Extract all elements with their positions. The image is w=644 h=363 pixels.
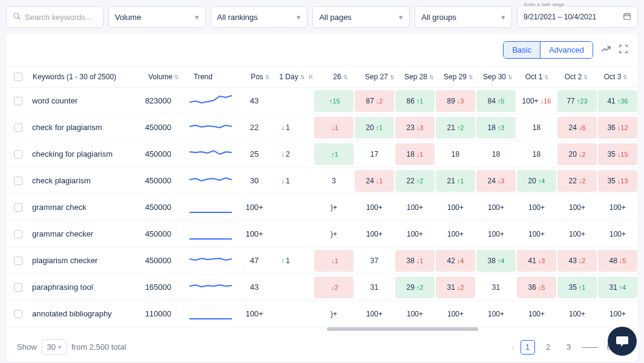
rank-cell: 100+ xyxy=(517,303,556,325)
rank-cell: 100+↓16 xyxy=(517,90,556,112)
pages-filter[interactable]: All pages ▾ xyxy=(312,6,410,28)
rank-cell: 24↓1 xyxy=(355,170,394,192)
rank-cell: 18 xyxy=(517,143,556,165)
rank-cell: 100+ xyxy=(355,223,394,245)
row-checkbox[interactable] xyxy=(14,177,22,185)
sort-icon: ⇅ xyxy=(174,74,179,80)
rank-cell: 35↓15 xyxy=(598,143,637,165)
chevron-down-icon: ▾ xyxy=(399,13,403,22)
header-text: Trend xyxy=(194,73,212,81)
rank-cell: 77↑23 xyxy=(557,90,597,112)
rank-cell: ↓1 xyxy=(314,117,353,139)
pos-text: 100+ xyxy=(246,229,263,238)
rankings-filter[interactable]: All rankings ▾ xyxy=(211,6,308,28)
row-checkbox[interactable] xyxy=(14,310,22,318)
rank-cell: 17 xyxy=(355,143,394,165)
rank-cell: 84↑5 xyxy=(476,90,516,112)
table-row: grammar checker450000100+)+100+100+100+1… xyxy=(6,221,638,247)
date-value: 9/21/2021 – 10/4/2021 xyxy=(524,13,596,21)
row-checkbox[interactable] xyxy=(14,150,22,159)
row-checkbox[interactable] xyxy=(14,97,22,105)
table-row: annotated bibliography110000100+)+100+10… xyxy=(6,301,638,327)
rank-cell: 100+ xyxy=(395,223,435,245)
scroll-thumb[interactable] xyxy=(327,327,478,331)
rank-cell: ↑1 xyxy=(314,143,353,165)
row-checkbox[interactable] xyxy=(14,123,22,132)
trend-sparkline xyxy=(189,252,240,269)
rank-cell: )+ xyxy=(314,223,353,245)
keyword-text: check plagiarism xyxy=(32,176,91,185)
rank-cell: 48↓5 xyxy=(598,250,637,272)
date-cells: ↓120↑123↓321↑218↑31824↓636↓12 xyxy=(314,117,638,139)
rank-cell: 23↓3 xyxy=(395,117,435,139)
row-checkbox[interactable] xyxy=(14,283,22,292)
keywords-table: Keywords (1 - 30 of 2500) Volume⇅ Trend … xyxy=(6,67,638,332)
search-input[interactable] xyxy=(25,13,97,22)
advanced-mode-button[interactable]: Advanced xyxy=(540,42,593,58)
svg-rect-2 xyxy=(624,13,631,19)
checkbox-col xyxy=(6,73,30,81)
rank-cell: 86↑1 xyxy=(395,90,435,112)
date-cells: ↑1587↓286↑189↓384↑5100+↓1677↑2341↑36 xyxy=(314,90,638,112)
rank-cell: 29↑2 xyxy=(395,276,435,298)
volume-header[interactable]: Volume⇅ xyxy=(148,73,194,81)
date-column-header[interactable]: Oct 1⇅ xyxy=(518,73,557,81)
rank-cell: ↓1 xyxy=(314,250,353,272)
pos-text: 25 xyxy=(250,149,258,159)
rank-cell: 89↓3 xyxy=(436,90,475,112)
rank-cell: 31↑4 xyxy=(598,276,637,298)
row-checkbox[interactable] xyxy=(14,230,22,238)
row-checkbox[interactable] xyxy=(14,203,22,212)
rank-cell: 100+ xyxy=(436,197,475,218)
trend-header[interactable]: Trend xyxy=(194,73,245,81)
keyword-text: grammar checker xyxy=(32,229,93,238)
horizontal-scrollbar[interactable] xyxy=(327,327,626,332)
page-3-button[interactable]: 3 xyxy=(562,340,576,355)
chat-widget-button[interactable] xyxy=(608,327,637,356)
volume-filter[interactable]: Volume ▾ xyxy=(108,6,206,28)
per-page-select[interactable]: 30 ▾ xyxy=(42,339,67,355)
sort-icon: ⇅ xyxy=(265,74,270,80)
page-1-button[interactable]: 1 xyxy=(521,340,535,355)
date-column-header[interactable]: 26⇅ xyxy=(321,73,360,81)
day-header[interactable]: 1 Day⇅ xyxy=(275,73,309,81)
rank-cell: 18↑3 xyxy=(476,117,516,139)
groups-filter[interactable]: All groups ▾ xyxy=(415,6,512,28)
date-column-header[interactable]: Sep 28⇅ xyxy=(399,73,439,81)
filter-label: All pages xyxy=(319,13,351,22)
row-checkbox[interactable] xyxy=(14,257,22,265)
table-row: check for plagiarism45000022↓ 1↓120↑123↓… xyxy=(6,114,638,141)
trend-sparkline xyxy=(189,199,240,215)
expand-icon[interactable] xyxy=(619,44,628,56)
date-column-header[interactable]: Oct 3⇅ xyxy=(596,73,636,81)
keywords-header[interactable]: Keywords (1 - 30 of 2500) xyxy=(30,73,148,81)
rank-cell: 100+ xyxy=(598,303,637,325)
rank-cell: 100+ xyxy=(476,223,516,245)
rank-cell: 35↑1 xyxy=(557,276,597,298)
volume-text: 450000 xyxy=(145,229,171,238)
header-text: Volume xyxy=(148,73,172,81)
pos-header[interactable]: Pos⇅ xyxy=(245,73,275,81)
keyword-text: plagiarism checker xyxy=(32,256,97,265)
trend-sparkline xyxy=(189,146,240,162)
day-change: ↑ 1 xyxy=(269,257,302,265)
prev-page-button[interactable]: ‹ xyxy=(511,342,514,352)
date-column-header[interactable]: Sep 27⇅ xyxy=(360,73,399,81)
date-column-header[interactable]: Sep 29⇅ xyxy=(439,73,478,81)
rank-cell: 100+ xyxy=(395,303,435,325)
date-column-header[interactable]: Sep 30⇅ xyxy=(478,73,518,81)
chart-icon[interactable] xyxy=(600,44,611,56)
date-range-filter[interactable]: Enter a date range 9/21/2021 – 10/4/2021 xyxy=(517,6,638,28)
header-text: Keywords (1 - 30 of 2500) xyxy=(33,73,116,81)
total-label: from 2,500 total xyxy=(71,342,126,352)
select-all-checkbox[interactable] xyxy=(14,73,22,81)
date-column-header[interactable]: Oct 2⇅ xyxy=(557,73,596,81)
svg-point-0 xyxy=(14,13,19,18)
rank-cell: 31↓2 xyxy=(436,276,475,298)
rank-cell: 36↓12 xyxy=(598,117,637,139)
pos-text: 100+ xyxy=(246,203,263,212)
rank-cell: 36↓5 xyxy=(517,276,556,298)
page-2-button[interactable]: 2 xyxy=(541,340,556,355)
basic-mode-button[interactable]: Basic xyxy=(504,42,540,58)
search-filter[interactable] xyxy=(6,6,104,28)
